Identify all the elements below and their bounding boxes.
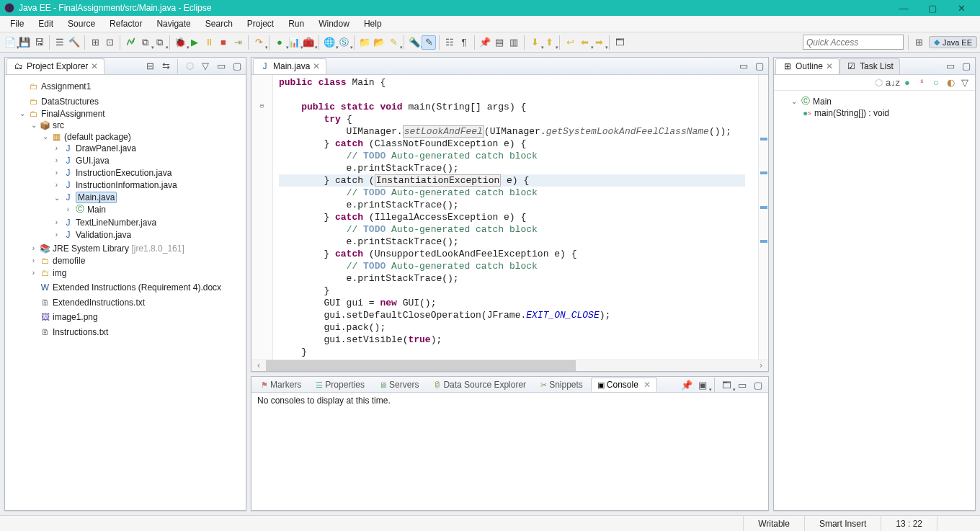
menu-help[interactable]: Help: [357, 17, 389, 31]
tab-dse[interactable]: 🛢Data Source Explorer: [427, 378, 533, 392]
pin-console-button[interactable]: 📌: [680, 378, 694, 392]
outline-method-main[interactable]: ●smain(String[]) : void: [801, 107, 889, 118]
tree-project-assignment1[interactable]: 🗀Assignment1: [18, 81, 91, 92]
close-icon[interactable]: ✕: [826, 61, 833, 71]
new-file-button[interactable]: 📂: [372, 35, 386, 50]
tree-file-ext-txt[interactable]: 🗎ExtendedInstructions.txt: [30, 297, 145, 308]
close-icon[interactable]: ✕: [313, 61, 320, 71]
tree-file-ext-docx[interactable]: WExtended Instructions (Requirement 4).d…: [30, 282, 221, 293]
quick-access-input[interactable]: [803, 35, 904, 50]
menu-search[interactable]: Search: [198, 17, 240, 31]
chevron-down-icon[interactable]: ⌄: [18, 110, 26, 117]
toggle-breadcrumb-button[interactable]: ☷: [442, 35, 457, 50]
server-button[interactable]: ⧉▾: [138, 35, 152, 50]
code-editor[interactable]: ⊖ public class Main { public st: [251, 75, 768, 360]
outline-tab[interactable]: ⊞ Outline ✕: [775, 58, 839, 74]
show-view-button[interactable]: 🗔: [612, 35, 627, 50]
editor-gutter[interactable]: ⊖: [251, 75, 273, 360]
new-button[interactable]: 📄▾: [3, 35, 17, 50]
chevron-right-icon[interactable]: ›: [53, 156, 61, 164]
focus-button[interactable]: ⬡: [871, 76, 886, 90]
maximize-view-button[interactable]: ▢: [751, 378, 765, 392]
close-icon[interactable]: ✕: [91, 61, 98, 71]
chevron-down-icon[interactable]: ⌄: [30, 121, 37, 129]
menu-run[interactable]: Run: [281, 17, 311, 31]
open-perspective-button[interactable]: ⊞: [912, 35, 926, 50]
tree-file-main[interactable]: ⌄JMain.java: [53, 192, 117, 203]
tree-src[interactable]: ⌄📦src: [30, 120, 64, 130]
back-button[interactable]: ⬅▾: [577, 35, 592, 50]
suspend-button[interactable]: ⏸: [202, 35, 216, 50]
minimize-view-button[interactable]: ▭: [736, 59, 751, 73]
chevron-right-icon[interactable]: ›: [64, 205, 72, 213]
open-console-button[interactable]: 🗔▾: [719, 378, 734, 392]
save-all-button[interactable]: 🖫: [32, 35, 46, 50]
tab-servers[interactable]: 🖥Servers: [373, 378, 425, 392]
new-ejb-button[interactable]: Ⓢ▾: [337, 35, 351, 50]
tree-project-datastructures[interactable]: 🗀DataStructures: [18, 96, 99, 107]
window-close-button[interactable]: ✕: [947, 0, 976, 16]
build-button[interactable]: 🔨: [67, 35, 81, 50]
tab-console[interactable]: ▣Console ✕: [591, 378, 657, 392]
maximize-view-button[interactable]: ▢: [752, 59, 767, 73]
forward-button[interactable]: ➡▾: [592, 35, 606, 50]
toggle-block-button[interactable]: ▤: [492, 35, 507, 50]
perspective-javaee[interactable]: ◆ Java EE: [929, 36, 977, 48]
horizontal-scrollbar[interactable]: ‹ ›: [251, 360, 768, 371]
window-maximize-button[interactable]: ▢: [918, 0, 947, 16]
project-tree[interactable]: 🗀Assignment1 🗀DataStructures ⌄🗀FinalAssi…: [5, 75, 246, 510]
stop-button[interactable]: ■: [216, 35, 231, 50]
focus-task-button[interactable]: ⬡: [182, 59, 197, 73]
new-project-button[interactable]: 📁: [357, 35, 372, 50]
chevron-down-icon[interactable]: ⌄: [790, 97, 798, 105]
switch-editor-button[interactable]: ☰: [53, 35, 67, 50]
tree-file-image1[interactable]: 🖼image1.png: [30, 312, 98, 323]
menu-navigate[interactable]: Navigate: [149, 17, 197, 31]
close-icon[interactable]: ✕: [643, 380, 651, 390]
hide-static-button[interactable]: ˢ: [914, 76, 929, 90]
chevron-right-icon[interactable]: ›: [53, 218, 61, 226]
prev-annotation-button[interactable]: ⬆▾: [542, 35, 556, 50]
chevron-right-icon[interactable]: ›: [30, 269, 37, 277]
tree-file-textlinenumber[interactable]: ›JTextLineNumber.java: [53, 217, 156, 228]
external-tools-button[interactable]: 🧰▾: [301, 35, 316, 50]
project-explorer-tab[interactable]: 🗂 Project Explorer ✕: [6, 58, 104, 74]
tab-markers[interactable]: ⚑Markers: [254, 378, 308, 392]
next-annotation-button[interactable]: ⬇▾: [527, 35, 542, 50]
menu-project[interactable]: Project: [240, 17, 281, 31]
maximize-view-button[interactable]: ▢: [959, 59, 974, 73]
chevron-right-icon[interactable]: ›: [30, 244, 37, 252]
toggle-mark-button[interactable]: ▥: [507, 35, 521, 50]
tree-file-instructioninformation[interactable]: ›JInstructionInformation.java: [53, 179, 177, 190]
window-minimize-button[interactable]: —: [889, 0, 918, 16]
menu-edit[interactable]: Edit: [31, 17, 61, 31]
view-menu-button[interactable]: ▽: [958, 76, 972, 90]
outline-tree[interactable]: ⌄ⒸMain ●smain(String[]) : void: [774, 91, 975, 510]
overview-ruler[interactable]: [758, 75, 768, 360]
tab-snippets[interactable]: ✂Snippets: [534, 378, 589, 392]
tab-properties[interactable]: ☰Properties: [309, 378, 371, 392]
pin-button[interactable]: 📌: [478, 35, 492, 50]
view-menu-button[interactable]: ▽: [198, 59, 213, 73]
run-as-button[interactable]: ●▾: [272, 35, 287, 50]
new-servlet-button[interactable]: 🌐▾: [322, 35, 337, 50]
toggle-highlight-button[interactable]: ✎: [422, 35, 436, 50]
tree-class-main[interactable]: ›ⒸMain: [64, 204, 106, 215]
disconnect-button[interactable]: ⇥: [231, 35, 245, 50]
show-whitespace-button[interactable]: ¶: [457, 35, 471, 50]
chevron-down-icon[interactable]: ⌄: [41, 133, 49, 140]
collapse-all-button[interactable]: ⊟: [143, 59, 157, 73]
minimize-view-button[interactable]: ▭: [735, 378, 749, 392]
chevron-right-icon[interactable]: ›: [53, 181, 61, 189]
tree-folder-demofile[interactable]: ›🗀demofile: [30, 255, 85, 266]
menu-source[interactable]: Source: [61, 17, 102, 31]
link-editor-button[interactable]: ⇆: [159, 59, 173, 73]
chevron-right-icon[interactable]: ›: [53, 231, 61, 238]
sort-button[interactable]: a↓z: [886, 76, 900, 90]
new-example-button[interactable]: ✎▾: [386, 35, 401, 50]
menu-window[interactable]: Window: [311, 17, 357, 31]
last-edit-button[interactable]: ↩: [563, 35, 577, 50]
tree-default-package[interactable]: ⌄▦(default package): [41, 131, 131, 142]
chevron-down-icon[interactable]: ⌄: [53, 194, 61, 202]
hide-fields-button[interactable]: ●: [900, 76, 914, 90]
